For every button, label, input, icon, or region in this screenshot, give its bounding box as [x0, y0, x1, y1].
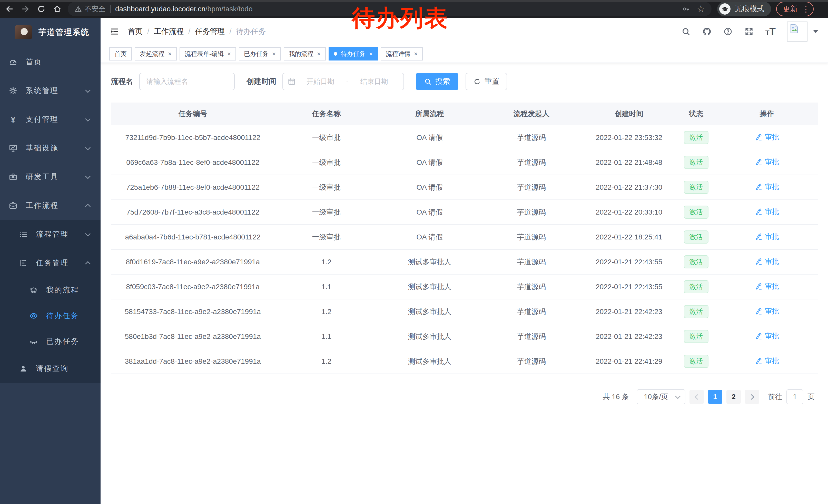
process-cell: 测试多审批人	[378, 249, 481, 274]
approve-link[interactable]: 审批	[755, 157, 779, 167]
table-header-row: 任务编号 任务名称 所属流程 流程发起人 创建时间 状态 操作	[111, 102, 818, 125]
tab-start-process[interactable]: 发起流程 ×	[135, 47, 177, 60]
process-cell: 测试多审批人	[378, 324, 481, 349]
start-date-placeholder[interactable]: 开始日期	[296, 77, 345, 86]
sidebar-collapse-icon[interactable]	[109, 27, 120, 36]
url-text[interactable]: dashboard.yudao.iocoder.cn/bpm/task/todo	[115, 5, 252, 13]
fullscreen-icon[interactable]	[744, 27, 754, 36]
task-id-cell: a6aba0a4-7b6d-11ec-b781-acde48001122	[111, 225, 275, 249]
close-icon[interactable]: ×	[317, 51, 321, 57]
close-icon[interactable]: ×	[369, 51, 373, 57]
tab-label: 流程表单-编辑	[185, 50, 224, 58]
close-icon[interactable]: ×	[414, 51, 418, 57]
starter-cell: 芋道源码	[481, 225, 581, 249]
tab-home[interactable]: 首页	[109, 47, 132, 60]
tab-label: 发起流程	[140, 50, 164, 58]
sidebar-item-task-management[interactable]: 任务管理	[0, 249, 100, 277]
starter-cell: 芋道源码	[481, 125, 581, 150]
sidebar-item-infrastructure[interactable]: 基础设施	[0, 134, 100, 163]
chevron-down-icon	[85, 145, 90, 150]
sidebar-item-workflow[interactable]: 工作流程	[0, 191, 100, 220]
browser-menu-icon[interactable]: ⋮	[802, 4, 810, 14]
close-icon[interactable]: ×	[168, 51, 172, 57]
date-range-picker[interactable]: 开始日期 - 结束日期	[282, 73, 404, 90]
tab-my-process[interactable]: 我的流程 ×	[284, 47, 326, 60]
task-id-cell: 381aa1dd-7ac8-11ec-a9e2-a2380e71991a	[111, 349, 275, 374]
sidebar-item-home[interactable]: 首页	[0, 48, 100, 77]
end-date-placeholder[interactable]: 结束日期	[349, 77, 399, 86]
sidebar-item-dev-tools[interactable]: 研发工具	[0, 163, 100, 191]
edit-icon	[755, 307, 762, 315]
security-label[interactable]: 不安全	[85, 4, 106, 13]
approve-link[interactable]: 审批	[755, 356, 779, 366]
sidebar-item-done-tasks[interactable]: 已办任务	[0, 329, 100, 354]
page-size-value: 10条/页	[644, 392, 676, 402]
process-cell: OA 请假	[378, 150, 481, 175]
app-logo-row[interactable]: 芋道管理系统	[0, 18, 100, 47]
column-task-id: 任务编号	[111, 102, 275, 125]
avatar[interactable]	[787, 21, 808, 42]
github-icon[interactable]	[702, 27, 711, 36]
sidebar-item-process-management[interactable]: 流程管理	[0, 220, 100, 249]
breadcrumb-item-home[interactable]: 首页	[128, 27, 142, 37]
active-tab-dot	[334, 52, 337, 56]
approve-link[interactable]: 审批	[755, 306, 779, 316]
tab-todo-tasks[interactable]: 待办任务 ×	[329, 47, 378, 60]
edit-icon	[755, 183, 762, 191]
approve-link-label: 审批	[765, 207, 779, 217]
next-page-button[interactable]	[745, 390, 759, 404]
help-icon[interactable]	[723, 27, 733, 36]
approve-link[interactable]: 审批	[755, 281, 779, 291]
workflow-submenu: 流程管理 任务管理 我的流程 待办任务 已办任务 请假	[0, 220, 100, 383]
sidebar-item-label: 流程管理	[36, 229, 69, 239]
browser-home-button[interactable]	[51, 3, 64, 15]
goto-page-input[interactable]	[786, 390, 803, 404]
breadcrumb-item-current: 待办任务	[236, 27, 266, 37]
approve-link[interactable]: 审批	[755, 257, 779, 266]
app-header: 首页 / 工作流程 / 任务管理 / 待办任务 TT	[100, 18, 828, 45]
sidebar-item-leave-query[interactable]: 请假查询	[0, 354, 100, 383]
browser-reload-button[interactable]	[35, 3, 48, 15]
sidebar-item-my-process[interactable]: 我的流程	[0, 277, 100, 303]
password-key-icon[interactable]	[682, 5, 690, 13]
avatar-caret-icon[interactable]	[813, 30, 818, 33]
search-icon[interactable]	[681, 27, 691, 36]
close-icon[interactable]: ×	[227, 51, 231, 57]
approve-link[interactable]: 审批	[755, 331, 779, 341]
approve-link[interactable]: 审批	[755, 182, 779, 192]
page-size-select[interactable]: 10条/页	[637, 390, 686, 404]
process-name-input[interactable]	[139, 73, 235, 90]
browser-update-button[interactable]: 更新 ⋮	[776, 2, 814, 16]
sidebar-item-todo-tasks[interactable]: 待办任务	[0, 303, 100, 329]
prev-page-button[interactable]	[690, 390, 704, 404]
text-size-icon[interactable]: TT	[765, 26, 776, 37]
search-icon	[424, 78, 432, 85]
status-badge: 激活	[684, 305, 708, 318]
page-button-2[interactable]: 2	[727, 390, 741, 404]
table-row: 725a1eb6-7b88-11ec-8ef0-acde48001122 一级审…	[111, 175, 818, 200]
breadcrumb-item-task-management[interactable]: 任务管理	[195, 27, 225, 37]
starter-cell: 芋道源码	[481, 349, 581, 374]
close-icon[interactable]: ×	[272, 51, 276, 57]
approve-link[interactable]: 审批	[755, 207, 779, 217]
approve-link[interactable]: 审批	[755, 232, 779, 241]
tags-view-bar: 首页 发起流程 × 流程表单-编辑 × 已办任务 × 我的流程 × 待办任务 ×…	[100, 45, 828, 63]
bookmark-star-icon[interactable]: ☆	[697, 4, 705, 13]
tab-process-form-edit[interactable]: 流程表单-编辑 ×	[179, 47, 236, 60]
approve-link[interactable]: 审批	[755, 132, 779, 142]
tab-process-detail[interactable]: 流程详情 ×	[381, 47, 423, 60]
sidebar-item-system-management[interactable]: 系统管理	[0, 77, 100, 105]
sidebar-item-payment-management[interactable]: ¥ 支付管理	[0, 105, 100, 134]
browser-back-button[interactable]	[3, 3, 16, 15]
task-name-cell: 一级审批	[275, 125, 378, 150]
page-button-1[interactable]: 1	[708, 390, 722, 404]
tab-done-tasks[interactable]: 已办任务 ×	[239, 47, 281, 60]
create-time-cell: 2022-01-22 21:37:30	[581, 175, 676, 200]
starter-cell: 芋道源码	[481, 150, 581, 175]
reset-button[interactable]: 重置	[465, 73, 507, 90]
breadcrumb-item-workflow[interactable]: 工作流程	[154, 27, 184, 37]
table-row: 58154733-7ac8-11ec-a9e2-a2380e71991a 1.2…	[111, 299, 818, 324]
update-label: 更新	[783, 4, 798, 14]
search-button[interactable]: 搜索	[416, 73, 458, 90]
browser-forward-button[interactable]	[19, 3, 32, 15]
